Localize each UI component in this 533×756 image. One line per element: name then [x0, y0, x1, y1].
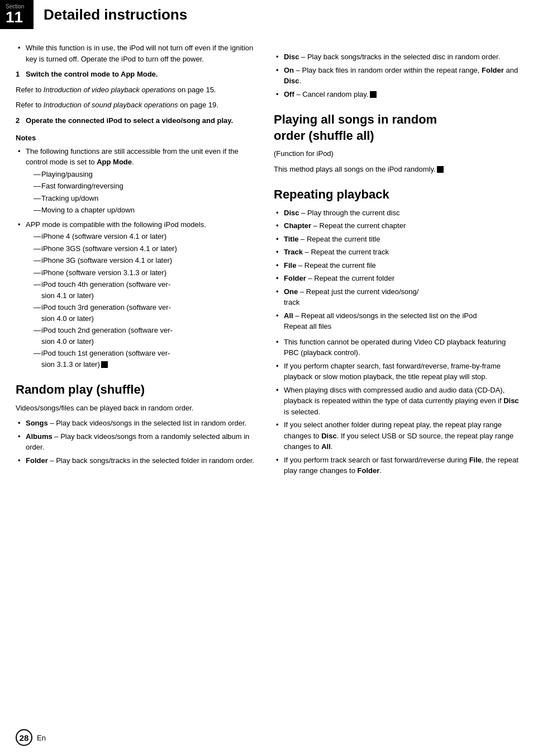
random-play-continued-list: Disc – Play back songs/tracks in the sel…	[274, 51, 522, 100]
step1-line1: Refer to Introduction of video playback …	[16, 84, 258, 96]
dash-item-2: Fast forwarding/reversing	[34, 181, 258, 192]
shuffle-all-desc: This method plays all songs on the iPod …	[274, 164, 522, 175]
repeat-title: Title – Repeat the current title	[274, 234, 522, 245]
shuffle-all-heading: Playing all songs in randomorder (shuffl…	[274, 112, 522, 144]
shuffle-all-func: (Function for iPod)	[274, 148, 522, 159]
repeating-notes-list: This function cannot be operated during …	[274, 337, 522, 476]
step1-heading: 1 Switch the control mode to App Mode.	[16, 70, 158, 78]
note-1: The following functions are still access…	[16, 146, 258, 216]
random-play-intro: Videos/songs/files can be played back in…	[16, 403, 258, 414]
random-folder: Folder – Play back songs/tracks in the s…	[16, 455, 258, 466]
repeat-note-5: If you perform track search or fast forw…	[274, 455, 522, 476]
step2-heading: 2 Operate the connected iPod to select a…	[16, 116, 233, 125]
step-1: 1 Switch the control mode to App Mode. R…	[16, 69, 258, 111]
header: Section 11 Detailed instructions	[0, 0, 533, 29]
stop-symbol-3	[437, 166, 444, 173]
page: Section 11 Detailed instructions While t…	[0, 0, 533, 756]
header-title-box: Detailed instructions	[34, 0, 533, 29]
repeat-note-1: This function cannot be operated during …	[274, 337, 522, 358]
repeat-file: File – Repeat the current file	[274, 260, 522, 271]
repeat-folder: Folder – Repeat the current folder	[274, 273, 522, 284]
repeating-playback-heading: Repeating playback	[274, 187, 522, 203]
random-disc: Disc – Play back songs/tracks in the sel…	[274, 51, 522, 63]
ipod-model-5: iPod touch 4th generation (software ver-…	[34, 279, 258, 301]
dash-item-1: Playing/pausing	[34, 169, 258, 180]
footer: 28 En	[0, 729, 533, 746]
intro-bullet-item: While this function is in use, the iPod …	[16, 42, 258, 64]
ipod-model-7: iPod touch 2nd generation (software ver-…	[34, 325, 258, 347]
ipod-model-8: iPod touch 1st generation (software ver-…	[34, 348, 258, 370]
ipod-model-1: iPhone 4 (software version 4.1 or later)	[34, 231, 258, 242]
step-2: 2 Operate the connected iPod to select a…	[16, 115, 258, 126]
ipod-model-4: iPhone (software version 3.1.3 or later)	[34, 267, 258, 278]
notes-heading: Notes	[16, 133, 258, 144]
stop-symbol-2	[370, 91, 377, 98]
stop-symbol-1	[101, 361, 108, 368]
dash-item-4: Moving to a chapter up/down	[34, 205, 258, 216]
random-albums: Albums – Play back videos/songs from a r…	[16, 431, 258, 453]
section-number: 11	[6, 10, 28, 25]
ipod-model-2: iPhone 3GS (software version 4.1 or late…	[34, 243, 258, 254]
ipod-model-6: iPod touch 3rd generation (software ver-…	[34, 302, 258, 324]
content-area: While this function is in use, the iPod …	[0, 29, 533, 492]
random-off: Off – Cancel random play.	[274, 89, 522, 100]
random-play-heading: Random play (shuffle)	[16, 382, 258, 398]
repeat-chapter: Chapter – Repeat the current chapter	[274, 220, 522, 231]
repeat-one: One – Repeat just the current video/song…	[274, 286, 522, 308]
dash-item-3: Tracking up/down	[34, 193, 258, 204]
app-mode-dash-list: Playing/pausing Fast forwarding/reversin…	[34, 169, 258, 216]
repeat-disc: Disc – Play through the current disc	[274, 207, 522, 219]
repeat-note-4: If you select another folder during repe…	[274, 419, 522, 452]
repeat-note-3: When playing discs with compressed audio…	[274, 385, 522, 418]
right-column: Disc – Play back songs/tracks in the sel…	[268, 40, 533, 481]
random-on: On – Play back files in random order wit…	[274, 65, 522, 87]
repeat-all: All – Repeat all videos/songs in the sel…	[274, 310, 522, 332]
page-title: Detailed instructions	[44, 6, 187, 23]
section-label: Section 11	[0, 0, 34, 29]
random-songs: Songs – Play back videos/songs in the se…	[16, 418, 258, 429]
random-play-list: Songs – Play back videos/songs in the se…	[16, 418, 258, 466]
language-label: En	[37, 734, 46, 742]
notes-list: The following functions are still access…	[16, 146, 258, 370]
step1-line2: Refer to Introduction of sound playback …	[16, 100, 258, 111]
left-column: While this function is in use, the iPod …	[0, 40, 268, 481]
repeating-list: Disc – Play through the current disc Cha…	[274, 207, 522, 332]
intro-bullet-list: While this function is in use, the iPod …	[16, 42, 258, 64]
note-2: APP mode is compatible with the followin…	[16, 219, 258, 370]
repeat-note-2: If you perform chapter search, fast forw…	[274, 361, 522, 382]
page-number: 28	[16, 729, 32, 746]
repeat-track: Track – Repeat the current track	[274, 247, 522, 258]
ipod-models-list: iPhone 4 (software version 4.1 or later)…	[34, 231, 258, 370]
ipod-model-3: iPhone 3G (software version 4.1 or later…	[34, 255, 258, 266]
